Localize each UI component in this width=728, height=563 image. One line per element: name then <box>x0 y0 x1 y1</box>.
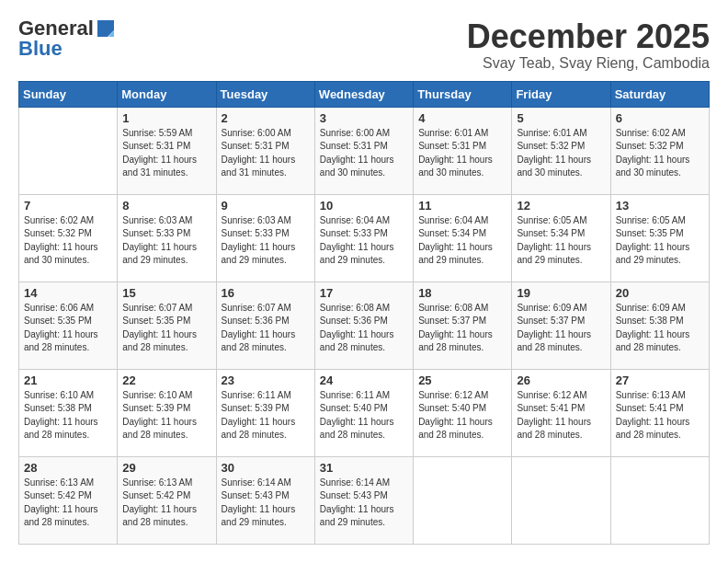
day-number: 2 <box>222 111 310 125</box>
day-info: Sunrise: 6:13 AM Sunset: 5:42 PM Dayligh… <box>24 477 112 530</box>
day-info: Sunrise: 6:01 AM Sunset: 5:32 PM Dayligh… <box>517 127 605 180</box>
calendar-cell: 6Sunrise: 6:02 AM Sunset: 5:32 PM Daylig… <box>610 107 709 194</box>
header-day-wednesday: Wednesday <box>314 81 413 107</box>
calendar-cell: 11Sunrise: 6:04 AM Sunset: 5:34 PM Dayli… <box>414 194 512 282</box>
calendar-cell: 25Sunrise: 6:12 AM Sunset: 5:40 PM Dayli… <box>414 369 512 456</box>
day-info: Sunrise: 6:00 AM Sunset: 5:31 PM Dayligh… <box>320 127 408 180</box>
calendar-cell: 17Sunrise: 6:08 AM Sunset: 5:36 PM Dayli… <box>314 282 413 369</box>
day-number: 14 <box>24 286 112 300</box>
calendar-cell: 7Sunrise: 6:02 AM Sunset: 5:32 PM Daylig… <box>19 194 118 282</box>
day-info: Sunrise: 6:06 AM Sunset: 5:35 PM Dayligh… <box>24 302 112 355</box>
day-number: 11 <box>418 199 506 213</box>
day-number: 10 <box>320 199 408 213</box>
calendar-week-row: 7Sunrise: 6:02 AM Sunset: 5:32 PM Daylig… <box>19 194 710 282</box>
header-day-monday: Monday <box>118 81 216 107</box>
day-number: 21 <box>24 373 112 387</box>
day-number: 25 <box>418 373 506 387</box>
day-info: Sunrise: 6:14 AM Sunset: 5:43 PM Dayligh… <box>320 477 408 530</box>
calendar-week-row: 21Sunrise: 6:10 AM Sunset: 5:38 PM Dayli… <box>19 369 710 456</box>
calendar-cell <box>512 456 610 544</box>
calendar-body: 1Sunrise: 5:59 AM Sunset: 5:31 PM Daylig… <box>19 107 710 544</box>
calendar-cell: 26Sunrise: 6:12 AM Sunset: 5:41 PM Dayli… <box>512 369 610 456</box>
title-block: December 2025 Svay Teab, Svay Rieng, Cam… <box>467 18 710 72</box>
calendar-cell <box>414 456 512 544</box>
day-number: 3 <box>320 111 408 125</box>
day-number: 1 <box>122 111 210 125</box>
calendar-cell: 8Sunrise: 6:03 AM Sunset: 5:33 PM Daylig… <box>118 194 216 282</box>
day-number: 18 <box>418 286 506 300</box>
header-day-friday: Friday <box>512 81 610 107</box>
day-number: 5 <box>517 111 605 125</box>
day-info: Sunrise: 6:12 AM Sunset: 5:41 PM Dayligh… <box>517 389 605 442</box>
page-header: General Blue December 2025 Svay Teab, Sv… <box>18 18 710 72</box>
calendar-cell <box>610 456 709 544</box>
day-info: Sunrise: 6:05 AM Sunset: 5:35 PM Dayligh… <box>616 214 704 268</box>
calendar-cell: 13Sunrise: 6:05 AM Sunset: 5:35 PM Dayli… <box>610 194 709 282</box>
calendar-table: SundayMondayTuesdayWednesdayThursdayFrid… <box>18 81 710 545</box>
day-number: 30 <box>222 461 310 475</box>
header-day-sunday: Sunday <box>19 81 118 107</box>
calendar-week-row: 28Sunrise: 6:13 AM Sunset: 5:42 PM Dayli… <box>19 456 710 544</box>
logo: General Blue <box>18 18 116 59</box>
day-number: 23 <box>222 373 310 387</box>
calendar-cell: 22Sunrise: 6:10 AM Sunset: 5:39 PM Dayli… <box>118 369 216 456</box>
day-number: 9 <box>222 199 310 213</box>
calendar-cell: 19Sunrise: 6:09 AM Sunset: 5:37 PM Dayli… <box>512 282 610 369</box>
calendar-week-row: 14Sunrise: 6:06 AM Sunset: 5:35 PM Dayli… <box>19 282 710 369</box>
day-number: 15 <box>122 286 210 300</box>
day-info: Sunrise: 6:02 AM Sunset: 5:32 PM Dayligh… <box>24 214 112 268</box>
day-number: 20 <box>616 286 704 300</box>
calendar-cell: 5Sunrise: 6:01 AM Sunset: 5:32 PM Daylig… <box>512 107 610 194</box>
day-number: 17 <box>320 286 408 300</box>
calendar-cell: 20Sunrise: 6:09 AM Sunset: 5:38 PM Dayli… <box>610 282 709 369</box>
day-number: 31 <box>320 461 408 475</box>
month-title: December 2025 <box>467 18 710 55</box>
calendar-cell: 15Sunrise: 6:07 AM Sunset: 5:35 PM Dayli… <box>118 282 216 369</box>
day-number: 22 <box>122 373 210 387</box>
day-info: Sunrise: 6:11 AM Sunset: 5:40 PM Dayligh… <box>320 389 408 442</box>
calendar-cell: 1Sunrise: 5:59 AM Sunset: 5:31 PM Daylig… <box>118 107 216 194</box>
day-info: Sunrise: 6:10 AM Sunset: 5:39 PM Dayligh… <box>122 389 210 442</box>
day-info: Sunrise: 6:11 AM Sunset: 5:39 PM Dayligh… <box>222 389 310 442</box>
day-info: Sunrise: 6:04 AM Sunset: 5:34 PM Dayligh… <box>418 214 506 268</box>
calendar-cell: 4Sunrise: 6:01 AM Sunset: 5:31 PM Daylig… <box>414 107 512 194</box>
calendar-header-row: SundayMondayTuesdayWednesdayThursdayFrid… <box>19 81 710 107</box>
day-number: 4 <box>418 111 506 125</box>
calendar-cell: 14Sunrise: 6:06 AM Sunset: 5:35 PM Dayli… <box>19 282 118 369</box>
day-info: Sunrise: 6:13 AM Sunset: 5:41 PM Dayligh… <box>616 389 704 442</box>
calendar-cell: 12Sunrise: 6:05 AM Sunset: 5:34 PM Dayli… <box>512 194 610 282</box>
day-info: Sunrise: 6:03 AM Sunset: 5:33 PM Dayligh… <box>222 214 310 268</box>
calendar-cell: 27Sunrise: 6:13 AM Sunset: 5:41 PM Dayli… <box>610 369 709 456</box>
calendar-week-row: 1Sunrise: 5:59 AM Sunset: 5:31 PM Daylig… <box>19 107 710 194</box>
calendar-cell: 23Sunrise: 6:11 AM Sunset: 5:39 PM Dayli… <box>216 369 314 456</box>
day-number: 13 <box>616 199 704 213</box>
day-number: 29 <box>122 461 210 475</box>
day-number: 19 <box>517 286 605 300</box>
day-number: 8 <box>122 199 210 213</box>
location: Svay Teab, Svay Rieng, Cambodia <box>467 55 710 72</box>
day-info: Sunrise: 6:01 AM Sunset: 5:31 PM Dayligh… <box>418 127 506 180</box>
day-info: Sunrise: 6:12 AM Sunset: 5:40 PM Dayligh… <box>418 389 506 442</box>
day-number: 16 <box>222 286 310 300</box>
header-day-thursday: Thursday <box>414 81 512 107</box>
day-info: Sunrise: 6:00 AM Sunset: 5:31 PM Dayligh… <box>222 127 310 180</box>
calendar-cell <box>19 107 118 194</box>
calendar-cell: 29Sunrise: 6:13 AM Sunset: 5:42 PM Dayli… <box>118 456 216 544</box>
calendar-cell: 3Sunrise: 6:00 AM Sunset: 5:31 PM Daylig… <box>314 107 413 194</box>
calendar-cell: 24Sunrise: 6:11 AM Sunset: 5:40 PM Dayli… <box>314 369 413 456</box>
day-info: Sunrise: 6:14 AM Sunset: 5:43 PM Dayligh… <box>222 477 310 530</box>
calendar-cell: 2Sunrise: 6:00 AM Sunset: 5:31 PM Daylig… <box>216 107 314 194</box>
day-info: Sunrise: 6:07 AM Sunset: 5:36 PM Dayligh… <box>222 302 310 355</box>
logo-icon <box>96 18 116 39</box>
day-info: Sunrise: 6:09 AM Sunset: 5:38 PM Dayligh… <box>616 302 704 355</box>
day-info: Sunrise: 6:05 AM Sunset: 5:34 PM Dayligh… <box>517 214 605 268</box>
header-day-tuesday: Tuesday <box>216 81 314 107</box>
day-number: 12 <box>517 199 605 213</box>
day-number: 27 <box>616 373 704 387</box>
day-number: 26 <box>517 373 605 387</box>
day-info: Sunrise: 6:13 AM Sunset: 5:42 PM Dayligh… <box>122 477 210 530</box>
day-info: Sunrise: 6:09 AM Sunset: 5:37 PM Dayligh… <box>517 302 605 355</box>
calendar-cell: 9Sunrise: 6:03 AM Sunset: 5:33 PM Daylig… <box>216 194 314 282</box>
day-info: Sunrise: 6:08 AM Sunset: 5:36 PM Dayligh… <box>320 302 408 355</box>
logo-blue-text: Blue <box>18 39 63 59</box>
